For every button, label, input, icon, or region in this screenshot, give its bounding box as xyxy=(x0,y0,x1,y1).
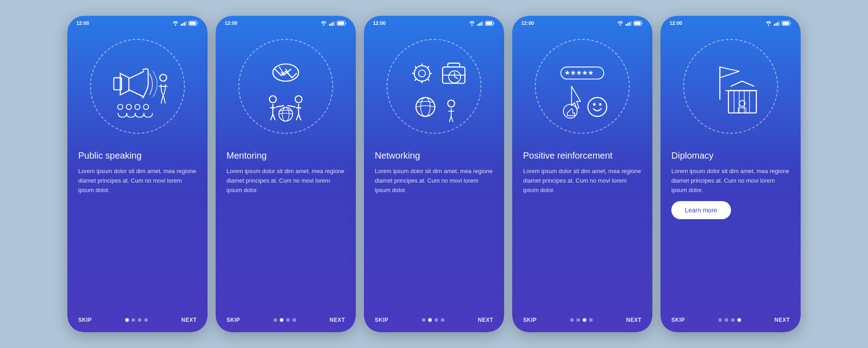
icon-area-3 xyxy=(364,28,504,145)
dot-1-0 xyxy=(125,318,129,322)
svg-rect-55 xyxy=(777,22,778,26)
status-icons-4 xyxy=(617,21,643,26)
dot-2-1 xyxy=(280,318,283,322)
svg-rect-54 xyxy=(776,23,777,26)
content-area-4: Positive reinforcement Lorem ipsum dolor… xyxy=(512,145,652,310)
svg-point-50 xyxy=(593,103,596,106)
battery-icon-3 xyxy=(485,21,495,26)
svg-rect-2 xyxy=(183,23,184,26)
status-icons-5 xyxy=(765,21,792,26)
svg-point-10 xyxy=(126,104,131,109)
svg-point-13 xyxy=(323,24,325,26)
svg-point-23 xyxy=(279,108,292,121)
skip-btn-5[interactable]: SKIP xyxy=(671,317,685,323)
svg-rect-42 xyxy=(629,22,630,26)
phone-positive-reinforcement: 12:00 ★★★★★ xyxy=(512,16,652,332)
svg-rect-15 xyxy=(331,23,332,26)
svg-point-37 xyxy=(421,98,430,117)
svg-point-25 xyxy=(472,24,473,26)
dot-3-0 xyxy=(422,318,425,322)
next-btn-4[interactable]: NEXT xyxy=(626,317,642,323)
status-bar-5: 12:00 xyxy=(660,16,801,28)
svg-rect-17 xyxy=(334,21,335,26)
dot-2-0 xyxy=(274,318,277,322)
time-3: 12:00 xyxy=(373,20,386,26)
wifi-icon-2 xyxy=(321,21,327,26)
card-body-4: Lorem ipsum dolor sit dim amet, mea regi… xyxy=(523,167,642,195)
phones-container: 12:00 xyxy=(67,16,801,332)
svg-point-9 xyxy=(118,104,123,109)
circle-dashed-4: ★★★★★ xyxy=(535,39,630,134)
dot-2-3 xyxy=(292,318,296,322)
icon-area-2 xyxy=(216,28,356,145)
card-title-3: Networking xyxy=(375,150,493,161)
battery-icon-4 xyxy=(633,21,643,26)
dot-4-1 xyxy=(576,318,580,322)
status-icons-2 xyxy=(321,21,347,26)
status-bar-2: 12:00 xyxy=(216,16,356,28)
card-body-3: Lorem ipsum dolor sit dim amet, mea regi… xyxy=(375,167,493,195)
skip-btn-3[interactable]: SKIP xyxy=(375,317,388,323)
skip-btn-2[interactable]: SKIP xyxy=(226,317,240,323)
signal-icon-2 xyxy=(329,21,335,26)
networking-icon xyxy=(391,43,477,129)
icon-area-4: ★★★★★ xyxy=(512,28,652,145)
card-body-5: Lorem ipsum dolor sit dim amet, mea regi… xyxy=(671,167,790,195)
svg-rect-58 xyxy=(783,22,789,25)
card-body-2: Lorem ipsum dolor sit dim amet, mea regi… xyxy=(226,167,345,195)
svg-point-48 xyxy=(563,104,577,118)
next-btn-3[interactable]: NEXT xyxy=(478,317,493,323)
status-icons-1 xyxy=(172,21,198,26)
svg-rect-4 xyxy=(186,21,187,26)
positive-reinforcement-icon: ★★★★★ xyxy=(539,43,625,129)
phone-diplomacy: 12:00 xyxy=(660,16,801,332)
dot-4-3 xyxy=(589,318,593,322)
svg-rect-56 xyxy=(779,21,780,26)
svg-rect-27 xyxy=(479,23,481,26)
content-area-1: Public speaking Lorem ipsum dolor sit di… xyxy=(67,145,208,310)
time-1: 12:00 xyxy=(76,20,89,26)
dot-1-1 xyxy=(132,318,135,322)
next-btn-1[interactable]: NEXT xyxy=(181,317,197,323)
dots-5 xyxy=(718,318,741,322)
bottom-nav-5: SKIP NEXT xyxy=(660,310,801,332)
svg-rect-29 xyxy=(482,21,484,26)
svg-point-8 xyxy=(160,74,166,81)
svg-point-49 xyxy=(588,98,607,117)
next-btn-5[interactable]: NEXT xyxy=(774,317,790,323)
dot-5-0 xyxy=(718,318,722,322)
dots-3 xyxy=(422,318,444,322)
skip-btn-4[interactable]: SKIP xyxy=(523,317,537,323)
dot-3-3 xyxy=(441,318,444,322)
signal-icon-4 xyxy=(625,21,632,26)
svg-rect-14 xyxy=(329,24,330,26)
icon-area-1 xyxy=(67,28,208,145)
svg-rect-41 xyxy=(627,23,629,26)
dot-3-1 xyxy=(428,318,432,322)
svg-rect-26 xyxy=(477,24,479,26)
svg-rect-3 xyxy=(184,22,185,26)
svg-rect-45 xyxy=(634,22,641,25)
content-area-3: Networking Lorem ipsum dolor sit dim ame… xyxy=(364,145,504,310)
battery-icon xyxy=(189,21,198,26)
svg-rect-31 xyxy=(486,22,492,25)
content-area-2: Mentoring Lorem ipsum dolor sit dim amet… xyxy=(216,145,356,310)
dots-2 xyxy=(274,318,296,322)
status-bar-4: 12:00 xyxy=(512,16,652,28)
dot-5-1 xyxy=(725,318,728,322)
status-bar-1: 12:00 xyxy=(67,16,208,28)
skip-btn-1[interactable]: SKIP xyxy=(78,317,92,323)
battery-icon-2 xyxy=(337,21,347,26)
mentoring-icon xyxy=(243,43,329,129)
wifi-icon-5 xyxy=(765,21,772,26)
dot-3-2 xyxy=(434,318,438,322)
learn-more-button[interactable]: Learn more xyxy=(671,201,731,219)
time-5: 12:00 xyxy=(670,20,682,26)
public-speaking-icon xyxy=(94,43,180,129)
phone-mentoring: 12:00 xyxy=(216,16,356,332)
svg-rect-43 xyxy=(631,21,632,26)
svg-point-12 xyxy=(143,104,148,109)
next-btn-2[interactable]: NEXT xyxy=(330,317,345,323)
svg-point-22 xyxy=(295,96,302,103)
time-4: 12:00 xyxy=(521,20,534,26)
